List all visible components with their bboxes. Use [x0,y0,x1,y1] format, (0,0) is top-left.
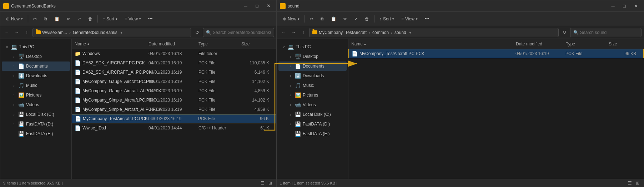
right-back-button[interactable]: ← [279,28,288,37]
right-file-row[interactable]: 📄 MyCompany_TestAircraft.PC.PCK 04/01/20… [348,49,644,58]
left-file-row[interactable]: 📁 Windows 04/01/2023 16:18 File folder [72,49,276,58]
right-col-header-size[interactable]: Size [609,41,641,46]
left-col-header-name[interactable]: Name ▲ [75,41,149,46]
right-minimize-button[interactable]: ─ [608,3,618,10]
right-paste-icon: 📋 [331,16,336,21]
left-file-row[interactable]: 📄 MyCompany_Simple_Aircraft.PC.PCK 04/01… [72,95,276,105]
left-sidebar-item-local-disk[interactable]: › 💾 Local Disk (C:) [2,110,70,119]
right-sidebar-item-fastdata-d[interactable]: › 💾 FastDATA (D:) [278,119,347,129]
right-search-input[interactable] [580,30,638,35]
left-cut-button[interactable]: ✂ [30,14,40,24]
right-sidebar-item-documents[interactable]: › 📄 Documents [278,61,347,71]
right-sidebar-item-this-pc[interactable]: ∨ 💻 This PC [278,42,347,51]
right-col-header-name[interactable]: Name ▲ [351,41,516,46]
right-sidebar-item-pictures[interactable]: › 🖼️ Pictures [278,90,347,100]
right-rename-button[interactable]: ✏ [341,14,350,24]
right-copy-button[interactable]: ⧉ [318,14,327,24]
right-sidebar-item-music[interactable]: › 🎵 Music [278,81,347,90]
right-maximize-button[interactable]: □ [619,3,629,10]
left-sidebar-item-this-pc[interactable]: ∨ 💻 This PC [2,42,70,51]
left-refresh-button[interactable]: ↺ [193,28,201,37]
right-view-button[interactable]: ≡ View ▾ [398,14,421,24]
right-sidebar-icon-downloads: ⬇️ [295,73,301,79]
left-file-row[interactable]: 📄 MyCompany_Gauge_Aircraft_AI.PC.PCK 04/… [72,86,276,95]
left-file-icon-5: 📄 [75,97,80,103]
right-sidebar-item-fastdata-e[interactable]: › 💾 FastDATA (E:) [278,129,347,138]
right-status-bar: 1 item | 1 item selected 95.5 KB | ☰ ⊞ [277,179,644,187]
left-sidebar-icon-downloads: ⬇️ [18,73,24,79]
left-up-button[interactable]: ↑ [22,28,31,37]
left-file-size-1: 110,035 K [241,60,273,65]
left-new-button[interactable]: ⊕ New ▾ [3,14,26,24]
right-sidebar-item-videos[interactable]: › 📹 Videos [278,100,347,109]
right-sidebar-item-downloads[interactable]: › ⬇️ Downloads [278,71,347,80]
left-col-header-date[interactable]: Date modified [149,41,198,46]
left-more-button[interactable]: ••• [145,14,156,24]
left-minimize-button[interactable]: ─ [241,3,251,10]
left-search-input[interactable] [213,30,271,35]
right-new-chevron-icon: ▾ [298,17,300,21]
left-sidebar-item-fastdata-e[interactable]: › 💾 FastDATA (E:) [2,129,70,138]
left-forward-button[interactable]: → [12,28,21,37]
left-sidebar-expand-this-pc: ∨ [5,45,9,49]
right-rename-icon: ✏ [343,16,347,21]
left-sidebar-item-desktop[interactable]: › 🖥️ Desktop [2,52,70,61]
right-col-header-type[interactable]: Type [566,41,609,46]
left-view-toggle-list[interactable]: ☰ [259,180,266,186]
right-sidebar-item-desktop[interactable]: › 🖥️ Desktop [278,52,347,61]
right-cut-button[interactable]: ✂ [307,14,316,24]
left-file-row[interactable]: 📄 DA62_SDK_AIRCRAFT_AI.PC.PCK 04/01/2023… [72,68,276,77]
right-view-toggle-list[interactable]: ☰ [627,180,633,186]
left-delete-button[interactable]: 🗑 [85,14,95,24]
left-search-icon: 🔍 [206,30,211,35]
left-paste-button[interactable]: 📋 [51,14,62,24]
left-view-label: View [129,16,138,21]
left-sidebar-item-music[interactable]: › 🎵 Music [2,81,70,90]
left-sidebar-item-videos[interactable]: › 📹 Videos [2,100,70,109]
left-file-row[interactable]: 📄 DA62_SDK_AIRCRAFT.PC.PCK 04/01/2023 16… [72,58,276,68]
left-close-button[interactable]: ✕ [263,3,273,10]
left-title-bar-controls: ─ □ ✕ [241,3,273,10]
left-file-row[interactable]: 📄 MyCompany_Simple_Aircraft_AI.PC.PCK 04… [72,105,276,114]
left-sidebar-label-local-disk: Local Disk (C:) [26,112,67,117]
right-view-toggle-grid[interactable]: ⊞ [634,180,641,186]
right-refresh-button[interactable]: ↺ [560,28,569,37]
left-back-button[interactable]: ← [2,28,11,37]
left-search-box[interactable]: 🔍 [203,28,274,37]
right-forward-button[interactable]: → [289,28,298,37]
right-address-path[interactable]: MyCompany_TestAircraft › common › sound … [309,28,559,37]
right-share-button[interactable]: ↗ [351,14,361,24]
left-col-header-type[interactable]: Type [198,41,241,46]
left-sidebar-item-pictures[interactable]: › 🖼️ Pictures [2,90,70,100]
left-sidebar-item-fastdata-d[interactable]: › 💾 FastDATA (D:) [2,119,70,129]
right-close-button[interactable]: ✕ [631,3,641,10]
left-sidebar-item-downloads[interactable]: › ⬇️ Downloads [2,71,70,80]
left-file-date-6: 04/01/2023 16:19 [149,107,198,112]
left-sort-button[interactable]: ↕ Sort ▾ [100,14,120,24]
right-sidebar-label-desktop: Desktop [303,54,344,59]
left-col-header-size[interactable]: Size [241,41,273,46]
right-new-button[interactable]: ⊕ New ▾ [280,14,302,24]
left-maximize-button[interactable]: □ [252,3,262,10]
right-sort-button[interactable]: ↕ Sort ▾ [377,14,397,24]
left-file-row[interactable]: 📄 MyCompany_TestAircraft.PC.PCK 04/01/20… [72,114,276,123]
left-file-row[interactable]: 📄 MyCompany_Gauge_Aircraft.PC.PCK 04/01/… [72,77,276,86]
left-view-button[interactable]: ≡ View ▾ [122,14,144,24]
left-share-button[interactable]: ↗ [75,14,84,24]
right-col-header-date[interactable]: Date modified [516,41,566,46]
left-address-path[interactable]: WwiseSam... › GeneratedSoundBanks ▾ [32,28,191,37]
left-view-toggle-grid[interactable]: ⊞ [267,180,273,186]
right-sidebar-label-local-disk: Local Disk (C:) [303,112,344,117]
left-file-row[interactable]: 📄 Wwise_IDs.h 04/01/2023 14:44 C/C++ Hea… [72,123,276,133]
left-rename-button[interactable]: ✏ [64,14,73,24]
right-paste-button[interactable]: 📋 [328,14,339,24]
right-sidebar-item-local-disk[interactable]: › 💾 Local Disk (C:) [278,110,347,119]
right-up-button[interactable]: ↑ [299,28,308,37]
left-sidebar-item-documents[interactable]: › 📄 Documents [2,61,70,71]
left-share-icon: ↗ [77,16,81,21]
right-status-text: 1 item | 1 item selected 95.5 KB | [280,181,337,185]
right-search-box[interactable]: 🔍 [570,28,642,37]
left-copy-button[interactable]: ⧉ [41,14,50,24]
right-more-button[interactable]: ••• [422,14,432,24]
right-delete-button[interactable]: 🗑 [362,14,372,24]
